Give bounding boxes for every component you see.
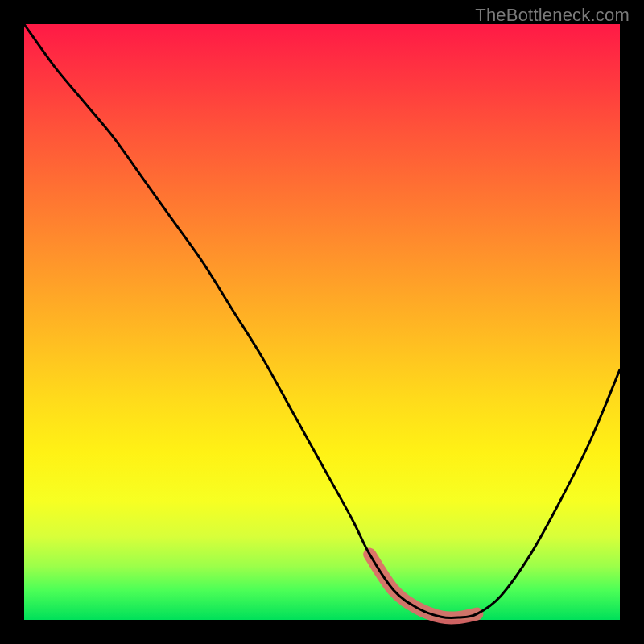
bottleneck-curve — [24, 24, 620, 618]
chart-frame: TheBottleneck.com — [0, 0, 644, 644]
optimal-range-band — [369, 555, 477, 618]
watermark-text: TheBottleneck.com — [475, 5, 630, 26]
chart-svg — [24, 24, 620, 620]
